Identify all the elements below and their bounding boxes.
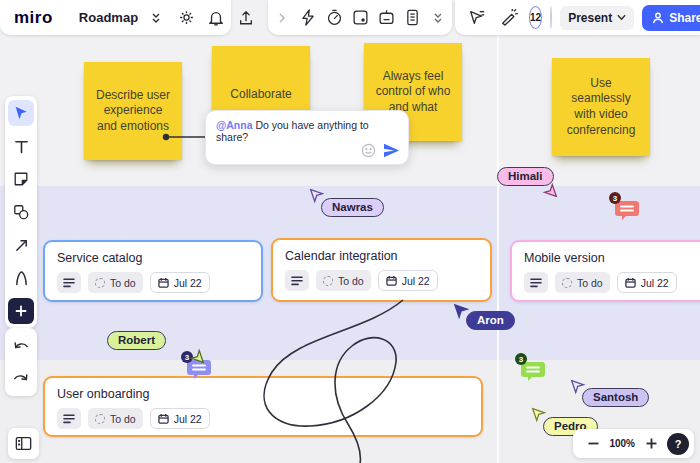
present-mode-button[interactable] [374,6,398,30]
pen-tool[interactable] [8,265,34,291]
collaboration-toolbar: 12 Present Share [455,0,700,35]
add-apps-button[interactable] [8,298,34,324]
status-chip[interactable]: To do [88,272,143,293]
comment-box[interactable]: @Anna Do you have anything to share? [205,110,409,165]
card-title: Service catalog [57,251,249,265]
status-dashed-circle-icon [95,414,105,424]
text-tool[interactable] [8,133,34,159]
sticky-note-text: Collaborate [230,87,291,103]
description-chip[interactable] [57,272,81,293]
interactions-button[interactable] [296,6,320,30]
miro-logo[interactable]: miro [14,8,53,28]
user-avatar[interactable] [550,6,552,29]
unread-count-badge: 3 [515,353,527,365]
card-title: Mobile version [524,251,696,265]
status-dashed-circle-icon [95,278,105,288]
share-button[interactable]: Share [642,5,700,31]
chevron-down-icon [617,14,626,21]
redo-button[interactable] [8,365,34,391]
card-calendar-integration[interactable]: Calendar integration To do Jul 22 [271,238,492,302]
export-button[interactable] [234,6,258,30]
laser-pointer-icon [500,9,518,26]
zoom-out-button[interactable] [585,432,601,456]
settings-button[interactable] [174,6,198,30]
double-chevron-down-icon [150,12,162,24]
zoom-level[interactable]: 100% [609,438,635,449]
more-tools-button[interactable] [426,6,450,30]
board-title[interactable]: Roadmap [79,10,138,25]
minus-icon [588,442,599,445]
date-label: Jul 22 [402,275,430,287]
shapes-tool[interactable] [8,199,34,225]
sticky-note-text: Describe user experience and emotions [92,88,174,135]
emoji-icon[interactable] [361,143,376,158]
creation-toolbar [5,96,37,328]
frames-panel-button[interactable] [8,428,39,459]
date-chip[interactable]: Jul 22 [378,270,438,291]
collaborator-name-pill: Aron [466,311,515,330]
status-label: To do [110,277,136,289]
text-lines-icon [530,278,542,288]
sticky-note[interactable]: Use seamlessly with video conferencing [552,58,650,156]
present-button[interactable]: Present [560,6,634,30]
sticky-note-tool[interactable] [8,166,34,192]
text-lines-icon [63,278,75,288]
status-dashed-circle-icon [562,278,572,288]
miro-board: Describe user experience and emotions Co… [0,0,700,463]
collaborators-count-badge[interactable]: 12 [529,6,542,29]
chevron-right-icon [277,13,287,23]
comment-thread-bubble[interactable]: 3 [614,198,640,222]
hide-cursors-button[interactable] [465,6,489,30]
sticky-note-text: Use seamlessly with video conferencing [560,76,642,138]
status-chip[interactable]: To do [316,270,371,291]
comment-thread-bubble[interactable]: 3 [520,359,546,383]
screen-share-button[interactable] [348,6,372,30]
undo-button[interactable] [8,333,34,359]
text-icon [14,139,29,154]
sticky-note[interactable]: Describe user experience and emotions [84,62,182,160]
pen-icon [14,270,29,286]
cursor-settings-icon [468,9,486,26]
date-chip[interactable]: Jul 22 [617,272,677,293]
unread-count-badge: 3 [609,192,621,204]
collaborator-name-pill: Robert [107,331,166,350]
status-chip[interactable]: To do [88,408,143,429]
card-title: User onboarding [57,387,469,401]
select-tool[interactable] [8,100,34,126]
description-chip[interactable] [57,408,81,429]
date-chip[interactable]: Jul 22 [150,408,210,429]
collapse-toolbar-button[interactable] [270,6,294,30]
status-chip[interactable]: To do [555,272,610,293]
facilitation-toolbar [268,0,452,35]
card-title: Calendar integration [285,249,478,263]
history-toolbar [5,328,37,396]
timer-button[interactable] [322,6,346,30]
card-mobile-version[interactable]: Mobile version To do Jul 22 [510,240,700,302]
status-label: To do [338,275,364,287]
sticky-note-icon [13,171,29,187]
send-icon[interactable] [383,143,400,158]
zoom-in-button[interactable] [643,432,659,456]
document-icon [405,9,420,26]
presentation-board-icon [378,9,395,26]
status-dashed-circle-icon [323,276,333,286]
main-toolbar-left: miro Roadmap [0,0,231,35]
text-lines-icon [63,414,75,424]
date-label: Jul 22 [174,413,202,425]
text-lines-icon [291,276,303,286]
help-button[interactable]: ? [667,433,689,455]
notes-button[interactable] [400,6,424,30]
card-user-onboarding[interactable]: User onboarding To do Jul 22 [43,376,483,437]
upload-icon [238,10,254,26]
sticky-note-text: Always feel control of who and what [372,69,454,116]
description-chip[interactable] [524,272,548,293]
card-service-catalog[interactable]: Service catalog To do Jul 22 [43,240,263,302]
frames-panel-icon [15,436,32,451]
connector-tool[interactable] [8,232,34,258]
plus-icon [646,438,657,449]
date-chip[interactable]: Jul 22 [150,272,210,293]
notifications-button[interactable] [204,6,228,30]
description-chip[interactable] [285,270,309,291]
board-menu-button[interactable] [144,6,168,30]
laser-pointer-button[interactable] [497,6,521,30]
